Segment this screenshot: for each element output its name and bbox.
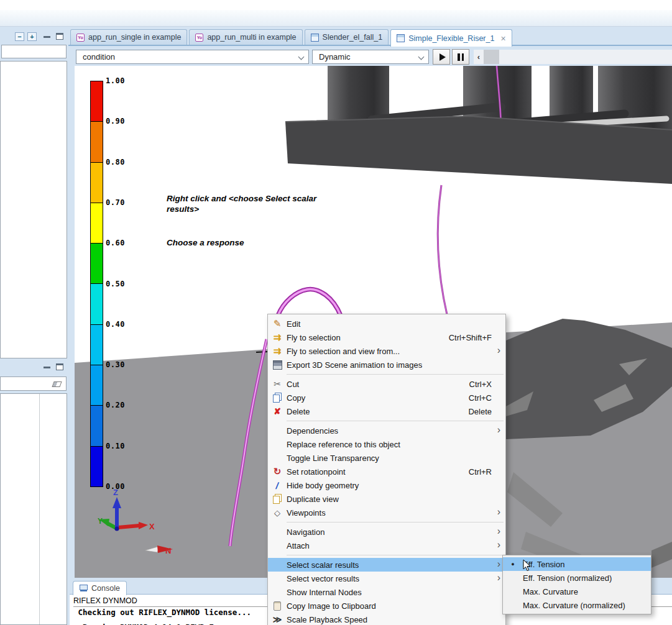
workflow-icon: [195, 34, 203, 42]
colorbar-segment: [91, 163, 103, 203]
close-icon[interactable]: ×: [500, 34, 505, 43]
timeline-scrollbar-track[interactable]: [474, 50, 672, 64]
maximize-panel-button[interactable]: [56, 33, 63, 40]
delete-icon: [268, 406, 287, 416]
edit-icon: [268, 318, 287, 329]
menu-item-fly-to-selection-and-view-from[interactable]: Fly to selection and view from...›: [268, 344, 505, 358]
menu-item-cut[interactable]: CutCtrl+X: [268, 377, 505, 391]
minimize-panel-button[interactable]: [44, 367, 50, 368]
tab-slender-el-fall-1[interactable]: Slender_el_fall_1: [305, 29, 389, 45]
menu-item-export-3d-scene-animation-to-images[interactable]: Export 3D Scene animation to images: [268, 358, 505, 372]
properties-panel[interactable]: [0, 393, 67, 625]
chevron-down-icon: [418, 54, 425, 60]
menu-shortcut: Ctrl+C: [469, 393, 492, 403]
menu-item-label: Edit: [287, 319, 505, 329]
scrollbar-left-arrow[interactable]: ‹: [474, 50, 484, 64]
mode-dropdown[interactable]: Dynamic: [312, 50, 429, 64]
menu-item-hide-body-geometry[interactable]: Hide body geometry: [268, 478, 505, 492]
play-icon: [440, 53, 446, 61]
menu-item-label: Show Internal Nodes: [287, 588, 505, 597]
menu-item-fly-to-selection[interactable]: Fly to selectionCtrl+Shift+F: [268, 331, 505, 344]
menu-item-delete[interactable]: DeleteDelete: [268, 404, 505, 418]
pause-button[interactable]: [452, 49, 469, 65]
menu-item-label: Dependencies: [287, 426, 505, 436]
scrollbar-thumb[interactable]: [484, 50, 499, 64]
collapse-all-button[interactable]: −: [15, 32, 24, 41]
submenu-arrow-icon: ›: [497, 540, 500, 550]
menu-shortcut: Ctrl+R: [469, 467, 492, 477]
colorbar-segment: [91, 325, 103, 365]
colorbar-tick-label: 0.00: [106, 482, 125, 491]
expand-all-button[interactable]: +: [27, 32, 37, 41]
menu-separator: [287, 555, 504, 555]
colorbar-segment: [91, 244, 103, 284]
mode-dropdown-value: Dynamic: [319, 52, 351, 62]
main-toolbar-band: [0, 10, 672, 27]
submenu-arrow-icon: ›: [497, 526, 500, 536]
submenu-arrow-icon: ›: [497, 345, 500, 355]
menu-shortcut: Ctrl+Shift+F: [449, 333, 492, 342]
chevron-down-icon: [298, 54, 305, 60]
pause-icon: [458, 53, 464, 61]
menu-item-attach[interactable]: Attach›: [268, 539, 505, 552]
menu-item-dependencies[interactable]: Dependencies›: [268, 424, 505, 437]
menu-item-viewpoints[interactable]: Viewpoints›: [268, 506, 505, 519]
speed-icon: [268, 614, 287, 624]
menu-item-label: Select vector results: [287, 574, 505, 583]
menu-item-replace-reference-to-this-object[interactable]: Replace reference to this object: [268, 437, 505, 451]
north-compass-label: N: [165, 546, 171, 555]
tab-label: Slender_el_fall_1: [323, 33, 383, 42]
condition-dropdown[interactable]: condition: [76, 50, 309, 64]
tab-app-run-multi-in-example[interactable]: app_run_multi in example: [189, 29, 302, 45]
play-button[interactable]: [433, 49, 450, 65]
submenu-item-eff-tension-normalized[interactable]: Eff. Tension (normalized): [503, 571, 651, 585]
filter-clear-field[interactable]: [0, 376, 67, 391]
colorbar-tick-label: 0.40: [106, 320, 125, 329]
tab-simple-flexible-riser-1[interactable]: Simple_Flexible_Riser_1×: [390, 29, 512, 47]
menu-item-scale-playback-speed[interactable]: Scale Playback Speed: [268, 613, 505, 625]
menu-item-copy[interactable]: CopyCtrl+C: [268, 391, 505, 404]
submenu-item-max-curvature[interactable]: Max. Curvature: [503, 585, 651, 598]
menu-separator: [287, 522, 504, 522]
menu-item-label: Select scalar results: [287, 560, 505, 570]
tab-app-run-single-in-example[interactable]: app_run_single in example: [70, 29, 187, 45]
condition-dropdown-value: condition: [83, 52, 115, 62]
colorbar-tick-labels: 1.000.900.800.700.600.500.400.300.200.10…: [106, 81, 143, 491]
colorbar-segment: [91, 406, 103, 446]
console-tab-label: Console: [91, 584, 120, 593]
minimize-panel-button[interactable]: [44, 36, 50, 38]
mouse-cursor-icon: [523, 559, 532, 572]
menu-item-navigation[interactable]: Navigation›: [268, 525, 505, 539]
colorbar-segment: [91, 122, 103, 162]
colorbar-tick-label: 0.20: [106, 401, 125, 409]
window-top-band: [0, 0, 672, 10]
tab-label: app_run_single in example: [88, 33, 181, 42]
console-icon: [80, 585, 88, 590]
menu-item-label: Hide body geometry: [287, 481, 505, 490]
menu-item-label: Attach: [287, 541, 505, 550]
tab-label: Simple_Flexible_Riser_1: [408, 34, 494, 43]
hide-icon: [268, 480, 287, 491]
model-tree-panel[interactable]: [0, 61, 67, 358]
submenu-item-max-curvature-normalized[interactable]: Max. Curvature (normalized): [503, 598, 651, 612]
menu-item-edit[interactable]: Edit: [268, 317, 505, 331]
menu-item-duplicate-view[interactable]: Duplicate view: [268, 492, 505, 506]
menu-item-toggle-line-transparency[interactable]: Toggle Line Transparency: [268, 451, 505, 465]
maximize-panel-button[interactable]: [56, 363, 63, 370]
menu-item-label: Copy Image to Clipboard: [287, 601, 505, 611]
menu-item-copy-image-to-clipboard[interactable]: Copy Image to Clipboard: [268, 599, 505, 613]
panel-column-divider: [39, 394, 40, 624]
duplicate-icon: [268, 494, 287, 504]
expand-all-icon: +: [30, 33, 34, 40]
menu-item-select-scalar-results[interactable]: Select scalar results›: [268, 558, 505, 572]
menu-item-select-vector-results[interactable]: Select vector results›: [268, 572, 505, 585]
cut-icon: [268, 379, 287, 389]
menu-item-set-rotationpoint[interactable]: Set rotationpointCtrl+R: [268, 465, 505, 478]
rotation-icon: [268, 466, 287, 477]
sidebar-filter-input[interactable]: [1, 45, 67, 58]
collapse-all-icon: −: [17, 33, 21, 40]
tab-console[interactable]: Console: [73, 581, 127, 595]
submenu-item-label: Eff. Tension: [523, 560, 651, 569]
menu-item-show-internal-nodes[interactable]: Show Internal Nodes: [268, 585, 505, 599]
submenu-arrow-icon: ›: [497, 573, 500, 583]
